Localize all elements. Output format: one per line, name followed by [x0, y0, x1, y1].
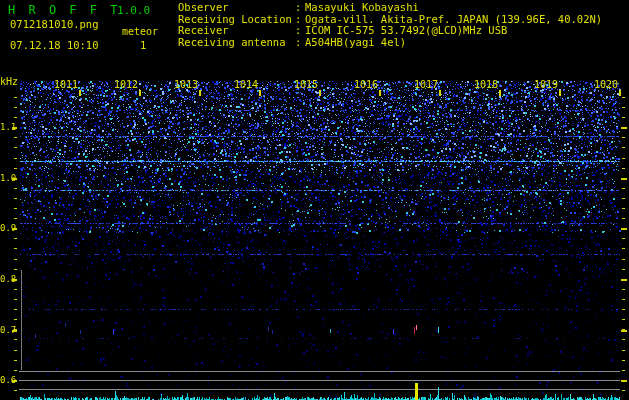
x-tick-label-1013: 1013: [168, 79, 198, 90]
y-tick-label-0.8: 0.8: [0, 274, 13, 284]
app-version: 1.0.0: [117, 4, 150, 17]
spectrogram-canvas: [0, 0, 629, 400]
x-tick-label-1012: 1012: [108, 79, 138, 90]
x-tick-label-1018: 1018: [468, 79, 498, 90]
info-value: ICOM IC-575 53.7492(@LCD)MHz USB: [305, 24, 507, 36]
output-filename: 0712181010.png: [10, 18, 99, 30]
app-title: H R O F F T: [8, 3, 120, 17]
datetime-label: 07.12.18 10:10: [10, 39, 99, 51]
station-info-block: Observer:Masayuki Kobayashi Receiving Lo…: [178, 2, 602, 49]
x-tick-label-1016: 1016: [348, 79, 378, 90]
info-label: Observer: [178, 2, 295, 14]
info-label: Receiving antenna: [178, 37, 295, 49]
info-value: Ogata-vill. Akita-Pref. JAPAN (139.96E, …: [305, 13, 602, 25]
y-tick-label-0.7: 0.7: [0, 325, 13, 335]
x-tick-label-1015: 1015: [288, 79, 318, 90]
x-tick-label-1019: 1019: [528, 79, 558, 90]
info-separator: :: [295, 37, 305, 49]
info-separator: :: [295, 2, 305, 14]
meteor-count: 1: [140, 39, 146, 51]
y-axis-unit-label: kHz: [0, 76, 18, 87]
x-tick-label-1014: 1014: [228, 79, 258, 90]
x-tick-label-1020: 1020: [588, 79, 618, 90]
y-tick-label-1.1: 1.1: [0, 122, 13, 132]
y-tick-label-0.6: 0.6: [0, 375, 13, 385]
y-tick-label-0.9: 0.9: [0, 223, 13, 233]
x-tick-label-1011: 1011: [48, 79, 78, 90]
info-value: A504HB(yagi 4el): [305, 36, 406, 48]
info-row-antenna: Receiving antenna:A504HB(yagi 4el): [178, 37, 602, 49]
mode-label: meteor: [122, 26, 158, 37]
hrofft-window: H R O F F T 1.0.0 0712181010.png meteor …: [0, 0, 629, 400]
y-tick-label-1.0: 1.0: [0, 173, 13, 183]
info-value: Masayuki Kobayashi: [305, 1, 419, 13]
x-tick-label-1017: 1017: [408, 79, 438, 90]
